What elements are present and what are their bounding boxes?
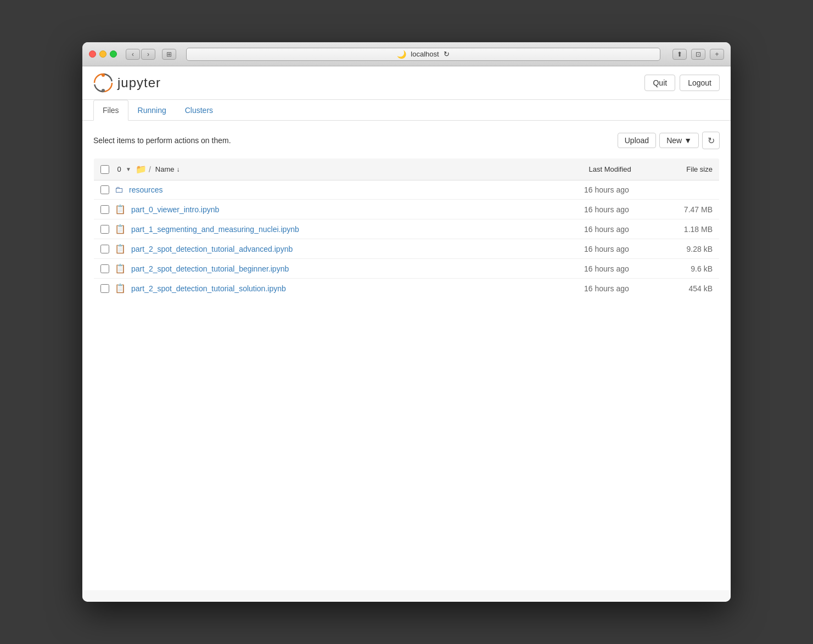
url-text: localhost [411, 50, 439, 58]
page-content: jupyter Quit Logout FilesRunningClusters… [82, 66, 731, 602]
file-name-cell: 📋 part_1_segmenting_and_measuring_nuclei… [94, 219, 502, 239]
header-left-section: 0 ▼ 📁 / Name ↓ [100, 164, 495, 174]
folder-icon: 📁 [136, 164, 147, 174]
size-cell: 7.47 MB [638, 200, 720, 219]
selected-count: 0 [114, 165, 125, 173]
new-button[interactable]: New ▼ [659, 133, 699, 148]
table-row: 📋 part_2_spot_detection_tutorial_solutio… [94, 279, 720, 298]
name-header-cell: 0 ▼ 📁 / Name ↓ [94, 159, 502, 180]
main-content: Select items to perform actions on them.… [82, 121, 731, 590]
modified-cell: 16 hours ago [502, 180, 638, 200]
svg-point-2 [102, 74, 105, 77]
path-separator: / [149, 165, 151, 174]
table-row: 📋 part_2_spot_detection_tutorial_advance… [94, 239, 720, 259]
forward-button[interactable]: › [141, 49, 155, 60]
notebook-icon: 📋 [115, 263, 126, 274]
dark-mode-icon: 🌙 [397, 50, 406, 59]
modified-cell: 16 hours ago [502, 259, 638, 279]
browser-window: ‹ › ⊞ 🌙 localhost ↻ ⬆ ⊡ + [82, 42, 731, 602]
file-name-cell: 📋 part_2_spot_detection_tutorial_solutio… [94, 279, 502, 298]
table-row: 🗀 resources 16 hours ago [94, 180, 720, 200]
size-cell: 454 kB [638, 279, 720, 298]
file-checkbox[interactable] [100, 264, 109, 273]
notebook-icon: 📋 [115, 204, 126, 214]
file-link[interactable]: part_2_spot_detection_tutorial_beginner.… [131, 264, 289, 273]
count-selector: 0 ▼ [114, 165, 131, 173]
file-name-cell: 📋 part_2_spot_detection_tutorial_beginne… [94, 259, 502, 279]
size-cell [638, 180, 720, 200]
traffic-lights [89, 50, 117, 58]
tab-clusters[interactable]: Clusters [176, 100, 222, 121]
refresh-icon: ↻ [444, 50, 450, 58]
file-size-header[interactable]: File size [638, 159, 720, 180]
address-bar[interactable]: 🌙 localhost ↻ [186, 48, 660, 61]
refresh-icon: ↻ [708, 135, 715, 146]
file-checkbox[interactable] [100, 225, 109, 234]
notebook-icon: 📋 [115, 283, 126, 293]
folder-path: 📁 / [136, 164, 151, 174]
file-checkbox[interactable] [100, 245, 109, 253]
sidebar-toggle-button[interactable]: ⊞ [162, 49, 176, 60]
modified-cell: 16 hours ago [502, 200, 638, 219]
minimize-button[interactable] [99, 50, 106, 58]
file-link[interactable]: part_2_spot_detection_tutorial_solution.… [131, 284, 286, 293]
upload-button[interactable]: Upload [618, 133, 656, 148]
file-checkbox[interactable] [100, 185, 109, 194]
share-button[interactable]: ⬆ [672, 49, 687, 60]
file-table: 0 ▼ 📁 / Name ↓ [93, 158, 720, 298]
file-link[interactable]: resources [129, 185, 162, 194]
size-cell: 1.18 MB [638, 219, 720, 239]
table-row: 📋 part_0_viewer_intro.ipynb 16 hours ago… [94, 200, 720, 219]
file-link[interactable]: part_0_viewer_intro.ipynb [131, 205, 219, 214]
notebook-icon: 📋 [115, 244, 126, 254]
file-list: 🗀 resources 16 hours ago 📋 part_0_viewer… [94, 180, 720, 298]
jupyter-logo-text: jupyter [117, 75, 161, 91]
action-buttons: Upload New ▼ ↻ [618, 132, 720, 149]
maximize-button[interactable] [110, 50, 117, 58]
sort-arrow-icon: ↓ [176, 166, 180, 173]
file-link[interactable]: part_1_segmenting_and_measuring_nuclei.i… [131, 225, 299, 234]
new-tab-button[interactable]: + [710, 49, 724, 60]
toolbar-row: Select items to perform actions on them.… [93, 132, 720, 149]
select-all-checkbox[interactable] [100, 165, 109, 174]
file-link[interactable]: part_2_spot_detection_tutorial_advanced.… [131, 245, 293, 253]
title-bar-right: ⬆ ⊡ + [670, 49, 724, 60]
file-name-cell: 🗀 resources [94, 180, 502, 200]
new-dropdown-arrow: ▼ [684, 136, 692, 145]
tab-running[interactable]: Running [128, 100, 176, 121]
modified-cell: 16 hours ago [502, 239, 638, 259]
logout-button[interactable]: Logout [680, 75, 720, 91]
table-header-row: 0 ▼ 📁 / Name ↓ [94, 159, 720, 180]
tab-files[interactable]: Files [93, 100, 128, 121]
reading-mode-button[interactable]: ⊡ [691, 49, 705, 60]
quit-button[interactable]: Quit [644, 75, 675, 91]
name-sort-header[interactable]: Name ↓ [155, 165, 180, 173]
size-cell: 9.6 kB [638, 259, 720, 279]
modified-cell: 16 hours ago [502, 279, 638, 298]
refresh-button[interactable]: ↻ [702, 132, 720, 149]
file-checkbox[interactable] [100, 205, 109, 214]
last-modified-header[interactable]: Last Modified [502, 159, 638, 180]
nav-buttons: ‹ › [126, 49, 155, 60]
header-buttons: Quit Logout [644, 75, 720, 91]
title-bar: ‹ › ⊞ 🌙 localhost ↻ ⬆ ⊡ + [82, 42, 731, 66]
jupyter-logo: jupyter [93, 73, 161, 93]
name-header-label: Name [155, 165, 175, 173]
table-row: 📋 part_2_spot_detection_tutorial_beginne… [94, 259, 720, 279]
file-name-cell: 📋 part_0_viewer_intro.ipynb [94, 200, 502, 219]
file-name-cell: 📋 part_2_spot_detection_tutorial_advance… [94, 239, 502, 259]
file-checkbox[interactable] [100, 284, 109, 293]
back-button[interactable]: ‹ [126, 49, 140, 60]
folder-icon: 🗀 [115, 185, 124, 195]
jupyter-header: jupyter Quit Logout [82, 66, 731, 100]
tabs-bar: FilesRunningClusters [82, 100, 731, 121]
notebook-icon: 📋 [115, 224, 126, 234]
modified-cell: 16 hours ago [502, 219, 638, 239]
svg-point-3 [102, 89, 105, 92]
close-button[interactable] [89, 50, 96, 58]
select-hint: Select items to perform actions on them. [93, 136, 231, 145]
size-cell: 9.28 kB [638, 239, 720, 259]
count-dropdown-arrow[interactable]: ▼ [126, 166, 131, 172]
table-row: 📋 part_1_segmenting_and_measuring_nuclei… [94, 219, 720, 239]
jupyter-logo-icon [93, 73, 113, 93]
